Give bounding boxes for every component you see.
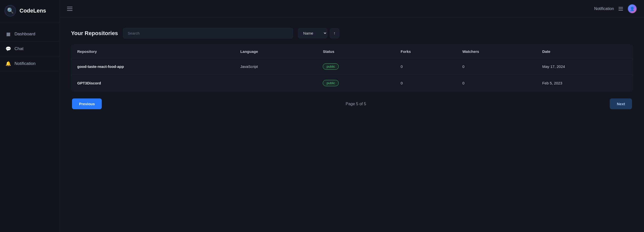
sort-asc-button[interactable]: ↑ <box>330 28 339 38</box>
hamburger-line <box>67 10 72 11</box>
cell-date: Feb 5, 2023 <box>536 75 633 91</box>
cell-repo-name: good-taste-react-food-app <box>71 58 234 75</box>
sort-select[interactable]: Name Date Forks Watchers <box>298 28 327 38</box>
repo-header: Your Repositories Name Date Forks Watche… <box>71 28 633 39</box>
col-header-forks: Forks <box>395 45 456 58</box>
header: Notification 👤 <box>60 0 644 18</box>
menu-line <box>618 7 623 8</box>
hamburger-menu[interactable] <box>67 7 72 11</box>
table-header-row: Repository Language Status Forks Watcher… <box>71 45 633 58</box>
cell-watchers: 0 <box>456 75 536 91</box>
sidebar-item-dashboard[interactable]: ▦ Dashboard <box>0 27 60 42</box>
col-header-language: Language <box>234 45 317 58</box>
status-badge: public <box>323 80 339 86</box>
cell-date: May 17, 2024 <box>536 58 633 75</box>
cell-forks: 0 <box>395 75 456 91</box>
sort-controls: Name Date Forks Watchers ↑ <box>298 28 339 38</box>
cell-status: public <box>317 58 394 75</box>
user-avatar[interactable]: 👤 <box>628 4 637 14</box>
next-button[interactable]: Next <box>610 98 632 109</box>
repo-table: Repository Language Status Forks Watcher… <box>71 45 633 91</box>
col-header-watchers: Watchers <box>456 45 536 58</box>
cell-language <box>234 75 317 91</box>
dashboard-icon: ▦ <box>6 31 11 37</box>
cell-status: public <box>317 75 394 91</box>
page-info: Page 5 of 5 <box>346 102 366 106</box>
sidebar-item-label: Dashboard <box>14 32 35 37</box>
cell-repo-name: GPT3Discord <box>71 75 234 91</box>
cell-language: JavaScript <box>234 58 317 75</box>
header-right: Notification 👤 <box>594 4 637 14</box>
pagination: Previous Page 5 of 5 Next <box>71 98 633 109</box>
chat-icon: 💬 <box>6 46 11 52</box>
page-content: Your Repositories Name Date Forks Watche… <box>60 18 644 232</box>
header-menu-icon[interactable] <box>618 7 623 11</box>
notification-icon: 🔔 <box>6 61 11 66</box>
repo-title: Your Repositories <box>71 30 118 37</box>
sidebar-logo: 🔍 CodeLens <box>0 0 60 22</box>
col-header-status: Status <box>317 45 394 58</box>
menu-line <box>618 10 623 11</box>
hamburger-line <box>67 9 72 9</box>
sidebar-item-label: Notification <box>14 61 36 66</box>
sidebar-item-chat[interactable]: 💬 Chat <box>0 42 60 56</box>
header-notification-label: Notification <box>594 7 614 11</box>
app-name: CodeLens <box>20 8 46 14</box>
cell-watchers: 0 <box>456 58 536 75</box>
search-input[interactable] <box>123 28 293 39</box>
main-content: Notification 👤 Your Repositories Name Da… <box>60 0 644 232</box>
table-row: GPT3Discord public 0 0 Feb 5, 2023 <box>71 75 633 91</box>
table-row: good-taste-react-food-app JavaScript pub… <box>71 58 633 75</box>
status-badge: public <box>323 63 339 70</box>
sidebar-item-label: Chat <box>14 46 24 51</box>
hamburger-line <box>67 7 72 7</box>
previous-button[interactable]: Previous <box>72 98 102 109</box>
sidebar: 🔍 CodeLens ▦ Dashboard 💬 Chat 🔔 Notifica… <box>0 0 60 232</box>
app-logo-icon: 🔍 <box>4 5 16 17</box>
cell-forks: 0 <box>395 58 456 75</box>
col-header-date: Date <box>536 45 633 58</box>
sidebar-item-notification[interactable]: 🔔 Notification <box>0 56 60 71</box>
search-wrap <box>123 28 293 39</box>
repo-table-wrap: Repository Language Status Forks Watcher… <box>71 45 633 91</box>
col-header-repository: Repository <box>71 45 234 58</box>
sidebar-nav: ▦ Dashboard 💬 Chat 🔔 Notification <box>0 22 60 76</box>
menu-line <box>618 9 623 9</box>
